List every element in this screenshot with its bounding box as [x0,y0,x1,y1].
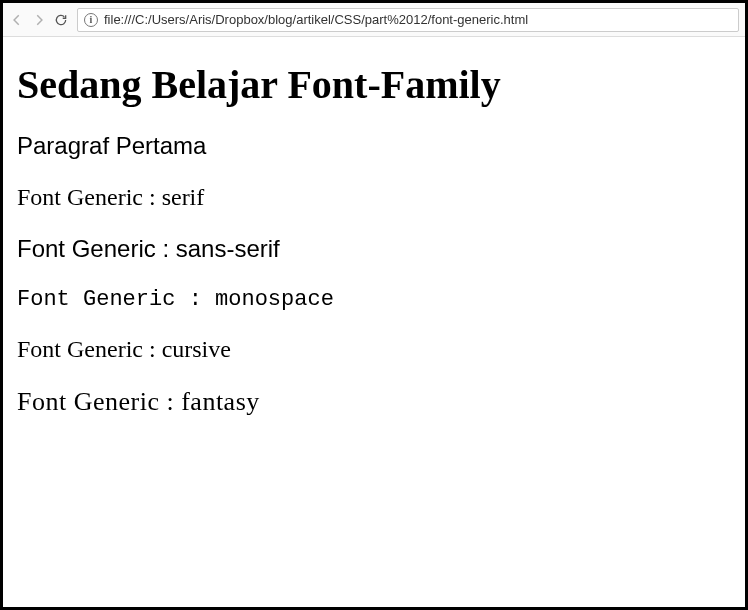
page-heading: Sedang Belajar Font-Family [17,61,731,108]
paragraph-fantasy: Font Generic : fantasy [17,387,731,417]
browser-toolbar: i file:///C:/Users/Aris/Dropbox/blog/art… [3,3,745,37]
url-text: file:///C:/Users/Aris/Dropbox/blog/artik… [104,12,528,27]
reload-icon[interactable] [53,12,69,28]
forward-icon[interactable] [31,12,47,28]
paragraph-first: Paragraf Pertama [17,132,731,160]
paragraph-serif: Font Generic : serif [17,184,731,211]
paragraph-cursive: Font Generic : cursive [17,336,731,363]
nav-arrows [9,12,69,28]
info-icon[interactable]: i [84,13,98,27]
page-content: Sedang Belajar Font-Family Paragraf Pert… [3,37,745,435]
paragraph-sans: Font Generic : sans-serif [17,235,731,263]
address-bar[interactable]: i file:///C:/Users/Aris/Dropbox/blog/art… [77,8,739,32]
back-icon[interactable] [9,12,25,28]
paragraph-mono: Font Generic : monospace [17,287,731,312]
